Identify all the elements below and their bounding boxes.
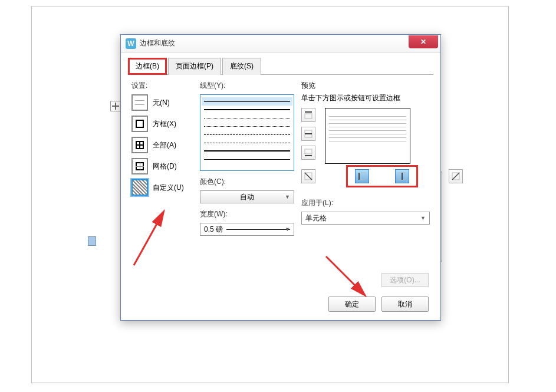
svg-rect-11 bbox=[402, 173, 403, 180]
preview-panel: 预览 单击下方图示或按钮可设置边框 bbox=[301, 81, 430, 299]
close-icon: ✕ bbox=[420, 38, 426, 46]
tab-shading[interactable]: 底纹(S) bbox=[222, 58, 261, 75]
box-icon bbox=[131, 116, 148, 132]
setting-box[interactable]: 方框(X) bbox=[131, 116, 193, 132]
settings-label: 设置: bbox=[131, 81, 193, 91]
border-diag-down-button[interactable] bbox=[301, 169, 315, 183]
color-select[interactable]: 自动 bbox=[200, 190, 294, 203]
borders-shading-dialog: W 边框和底纹 ✕ 边框(B) 页面边框(P) 底纹(S) 设置: 无(N) 方… bbox=[120, 34, 441, 321]
dialog-title: 边框和底纹 bbox=[140, 38, 175, 48]
document-icon bbox=[88, 236, 96, 246]
preview-diagram[interactable] bbox=[325, 108, 410, 164]
color-label: 颜色(C): bbox=[200, 177, 294, 187]
border-middle-button[interactable] bbox=[301, 127, 315, 141]
border-left-button[interactable] bbox=[355, 169, 369, 183]
svg-rect-1 bbox=[305, 114, 312, 118]
grid-icon bbox=[131, 158, 148, 174]
svg-line-7 bbox=[305, 173, 312, 180]
apply-to-select[interactable]: 单元格 bbox=[301, 212, 430, 225]
ok-button[interactable]: 确定 bbox=[328, 297, 376, 312]
border-top-button[interactable] bbox=[301, 108, 315, 122]
svg-rect-5 bbox=[305, 155, 312, 156]
svg-rect-4 bbox=[305, 149, 312, 154]
svg-rect-3 bbox=[305, 133, 312, 134]
line-style-label: 线型(Y): bbox=[200, 81, 294, 91]
dialog-title-bar[interactable]: W 边框和底纹 ✕ bbox=[121, 35, 440, 52]
setting-grid[interactable]: 网格(D) bbox=[131, 158, 193, 174]
tab-bar: 边框(B) 页面边框(P) 底纹(S) bbox=[128, 57, 433, 75]
preview-hint: 单击下方图示或按钮可设置边框 bbox=[301, 93, 430, 103]
options-button: 选项(O)... bbox=[381, 273, 429, 287]
table-move-handle[interactable] bbox=[110, 101, 121, 111]
tab-border[interactable]: 边框(B) bbox=[128, 58, 167, 75]
border-diag-up-button[interactable] bbox=[449, 169, 463, 183]
width-label: 宽度(W): bbox=[200, 209, 294, 219]
tab-page-border[interactable]: 页面边框(P) bbox=[168, 58, 221, 75]
setting-all[interactable]: 全部(A) bbox=[131, 137, 193, 153]
style-panel: 线型(Y): 颜色(C): 自动 宽度(W): 0.5 磅 bbox=[200, 81, 294, 299]
line-style-list[interactable] bbox=[200, 94, 294, 171]
settings-panel: 设置: 无(N) 方框(X) 全部(A) 网格(D) 自定义(U) bbox=[131, 81, 193, 299]
svg-line-13 bbox=[452, 173, 459, 180]
svg-rect-0 bbox=[305, 111, 312, 113]
border-bottom-button[interactable] bbox=[301, 146, 315, 160]
highlighted-buttons bbox=[346, 165, 418, 187]
apply-to-label: 应用于(L): bbox=[301, 198, 430, 208]
all-icon bbox=[131, 137, 148, 153]
setting-none[interactable]: 无(N) bbox=[131, 94, 193, 111]
border-center-button[interactable] bbox=[395, 169, 409, 183]
close-button[interactable]: ✕ bbox=[409, 35, 438, 48]
svg-rect-8 bbox=[361, 173, 366, 180]
width-select[interactable]: 0.5 磅 bbox=[200, 223, 294, 236]
app-icon: W bbox=[126, 38, 136, 49]
svg-rect-9 bbox=[358, 173, 360, 180]
none-icon bbox=[131, 94, 148, 111]
custom-icon bbox=[131, 179, 148, 196]
cancel-button[interactable]: 取消 bbox=[381, 297, 429, 312]
preview-label: 预览 bbox=[301, 81, 430, 91]
setting-custom[interactable]: 自定义(U) bbox=[131, 179, 193, 196]
